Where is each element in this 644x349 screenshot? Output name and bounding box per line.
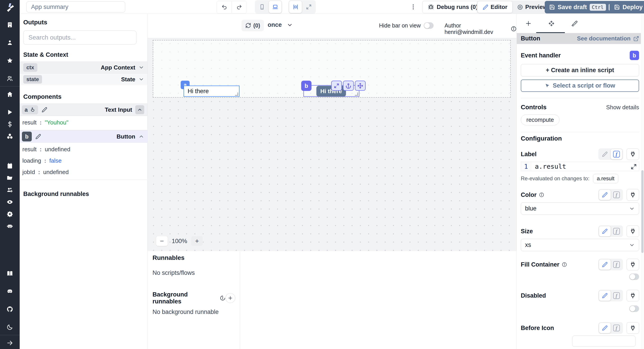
static-mode-pencil-button[interactable]	[599, 291, 611, 301]
resources-cubes-icon[interactable]	[0, 130, 20, 142]
eval-mode-function-button[interactable]: f	[611, 291, 622, 301]
eval-mode-function-button[interactable]: f	[611, 259, 622, 270]
component-a-badge[interactable]: a	[22, 105, 38, 114]
add-background-runnable-button[interactable]	[226, 293, 235, 303]
folders-icon[interactable]	[0, 172, 20, 184]
static-mode-pencil-button[interactable]	[599, 323, 611, 333]
desktop-view-button[interactable]	[269, 1, 282, 13]
eval-mode-function-button[interactable]: f	[611, 226, 622, 236]
fill-container-toggle[interactable]	[629, 274, 639, 280]
tab-insert-component[interactable]	[517, 14, 540, 33]
tab-styling[interactable]	[563, 14, 586, 33]
dark-mode-moon-icon[interactable]	[0, 321, 20, 333]
app-canvas[interactable]: a b Hi there − 100% +	[148, 38, 516, 251]
chevron-down-icon[interactable]	[138, 64, 144, 70]
home-icon[interactable]	[0, 88, 20, 100]
save-draft-button[interactable]: Save draft Ctrl S	[545, 1, 620, 13]
edit-pencil-icon[interactable]	[42, 107, 48, 113]
create-inline-script-button[interactable]: + Create an inline script	[521, 64, 639, 76]
user-icon[interactable]	[0, 37, 20, 49]
label-code-editor[interactable]: 1 a.result	[521, 162, 639, 171]
eval-mode-function-button[interactable]: f	[611, 323, 622, 333]
schedules-calendar-icon[interactable]	[0, 160, 20, 172]
refresh-count-button[interactable]: (0)	[242, 20, 264, 31]
editor-tab[interactable]: Editor	[478, 1, 512, 13]
disabled-toggle[interactable]	[629, 306, 639, 312]
docs-book-icon[interactable]	[0, 268, 20, 280]
output-row-ctx[interactable]: ctx App Context	[20, 61, 147, 73]
label-expression[interactable]: a.result	[531, 163, 566, 170]
eval-mode-function-button[interactable]: f	[611, 190, 622, 200]
info-icon[interactable]	[562, 262, 567, 267]
search-outputs-input[interactable]	[23, 30, 136, 45]
resize-handle[interactable]	[355, 92, 358, 96]
connect-plug-button[interactable]	[626, 322, 639, 334]
workers-icon[interactable]	[0, 184, 20, 196]
collapse-a-button[interactable]	[135, 105, 144, 114]
component-row-b[interactable]: b Button	[20, 130, 147, 143]
hide-bar-toggle[interactable]	[424, 22, 434, 29]
github-icon[interactable]	[0, 303, 20, 315]
color-select[interactable]: blue	[521, 202, 639, 215]
chevron-down-icon[interactable]	[138, 76, 144, 82]
connect-plug-button[interactable]	[626, 225, 639, 237]
canvas-component-b-badge[interactable]: b	[301, 81, 312, 91]
collapse-arrow-icon[interactable]	[0, 337, 20, 349]
audit-eye-icon[interactable]	[0, 196, 20, 208]
move-component-button[interactable]	[355, 81, 366, 91]
component-row-a[interactable]: a Text Input	[20, 103, 147, 116]
windmill-logo-icon[interactable]	[4, 2, 15, 13]
centered-layout-button[interactable]	[289, 1, 302, 13]
discord-icon[interactable]	[0, 285, 20, 297]
connect-plug-button[interactable]	[626, 189, 639, 201]
runs-play-icon[interactable]	[0, 106, 20, 118]
variables-dollar-icon[interactable]	[0, 118, 20, 130]
ai-robot-icon[interactable]	[0, 220, 20, 232]
expand-component-button[interactable]	[331, 81, 342, 91]
recompute-pill-button[interactable]: recompute	[521, 114, 560, 125]
eval-mode-function-button[interactable]: f	[611, 149, 622, 159]
info-icon[interactable]	[220, 295, 226, 301]
fullwidth-layout-button[interactable]	[302, 1, 315, 13]
deploy-button[interactable]: Deploy	[610, 1, 644, 13]
resize-handle[interactable]	[235, 92, 238, 96]
select-script-or-flow-button[interactable]: Select a script or flow	[521, 79, 639, 92]
show-details-link[interactable]: Show details	[606, 104, 639, 111]
connect-plug-button[interactable]	[626, 148, 639, 160]
edit-pencil-icon[interactable]	[35, 134, 41, 139]
app-summary-input[interactable]	[26, 1, 125, 12]
settings-gear-icon[interactable]	[0, 208, 20, 220]
scrollbar-thumb[interactable]	[641, 170, 644, 253]
expand-editor-icon[interactable]	[630, 163, 637, 170]
redo-button[interactable]	[232, 1, 247, 13]
connect-plug-button[interactable]	[626, 290, 639, 301]
static-mode-pencil-button[interactable]	[599, 259, 611, 270]
canvas-text-input-component[interactable]	[184, 86, 240, 97]
zoom-in-button[interactable]: +	[191, 236, 203, 246]
static-mode-pencil-button[interactable]	[599, 190, 611, 200]
info-icon[interactable]	[511, 26, 516, 32]
debug-runs-button[interactable]: Debug runs (0)	[422, 1, 483, 13]
static-mode-pencil-button[interactable]	[599, 226, 611, 236]
workspace-icon[interactable]	[0, 19, 20, 31]
chevron-up-icon[interactable]	[138, 134, 144, 139]
mobile-view-button[interactable]	[256, 1, 268, 13]
reevaluate-dependency-pill[interactable]: a.result	[593, 174, 618, 183]
event-handler-component-badge[interactable]: b	[630, 51, 639, 60]
favorites-star-icon[interactable]	[0, 54, 20, 67]
info-icon[interactable]	[539, 192, 544, 198]
see-documentation-link[interactable]: See documentation	[577, 35, 639, 42]
undo-button[interactable]	[217, 1, 232, 13]
zoom-out-button[interactable]: −	[156, 236, 168, 246]
text-input-field[interactable]	[184, 86, 239, 96]
tab-component-settings[interactable]	[540, 14, 563, 33]
more-options-kebab-icon[interactable]	[409, 2, 418, 12]
connect-plug-button[interactable]	[626, 259, 639, 270]
static-mode-pencil-button[interactable]	[599, 149, 611, 159]
refresh-mode-dropdown[interactable]: once	[268, 21, 293, 28]
component-b-badge[interactable]: b	[22, 132, 32, 141]
output-row-state[interactable]: state State	[20, 73, 147, 85]
groups-icon[interactable]	[0, 72, 20, 84]
anchor-component-button[interactable]	[343, 81, 354, 91]
size-select[interactable]: xs	[521, 239, 639, 251]
